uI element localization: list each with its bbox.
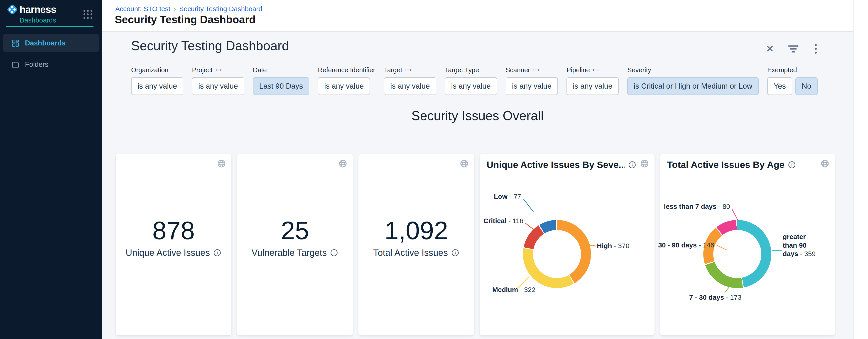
link-icon — [215, 67, 222, 73]
top-bar: Account: STO test › Security Testing Das… — [102, 0, 853, 32]
slice-connector — [732, 209, 739, 221]
filter-label: Severity — [627, 66, 651, 74]
sidebar-item-label: Dashboards — [25, 39, 66, 47]
dashboard-toolbar: ✕ — [766, 44, 819, 54]
filter-chip[interactable]: is any value — [506, 77, 558, 95]
app-grid-icon[interactable] — [84, 10, 93, 19]
slice-label-right: greater than 90 days - 359 — [783, 232, 819, 258]
slice-connector — [584, 245, 595, 246]
link-icon — [533, 67, 539, 73]
filter-chip[interactable]: Last 90 Days — [253, 77, 309, 95]
info-icon[interactable] — [330, 249, 338, 257]
breadcrumb: Account: STO test › Security Testing Das… — [115, 4, 262, 13]
breadcrumb-account[interactable]: Account: STO test — [115, 5, 170, 13]
chart-card-0: Unique Active Issues By Seve...High - 37… — [480, 154, 654, 335]
filter-label: Reference Identifier — [318, 66, 375, 74]
filter-target: Targetis any value — [384, 65, 436, 95]
filter-organization: Organizationis any value — [131, 65, 183, 95]
filter-target-type: Target Typeis any value — [445, 65, 497, 95]
donut-hole — [713, 230, 762, 278]
close-icon[interactable]: ✕ — [766, 44, 774, 54]
page-title: Security Testing Dashboard — [115, 13, 256, 26]
globe-icon[interactable] — [460, 159, 469, 168]
globe-icon[interactable] — [217, 159, 226, 168]
stat-card-vulnerable-targets: 25Vulnerable Targets — [237, 154, 353, 335]
section-heading: Security Issues Overall — [102, 108, 853, 123]
logo-text: harness — [20, 4, 56, 15]
kebab-menu-icon[interactable] — [813, 44, 819, 54]
filter-label: Target — [384, 66, 402, 74]
filter-label: Exempted — [767, 66, 797, 74]
donut-ring[interactable] — [703, 220, 771, 288]
stat-value[interactable]: 1,092 — [359, 216, 474, 245]
filter-date: DateLast 90 Days — [253, 65, 309, 95]
cards-row: 878Unique Active Issues25Vulnerable Targ… — [116, 154, 835, 335]
filter-bar: Organizationis any valueProjectis any va… — [131, 65, 818, 95]
dashboard-panel: Security Testing Dashboard ✕ Organizatio… — [102, 32, 853, 339]
harness-logo[interactable]: harness — [6, 3, 56, 16]
info-icon[interactable] — [213, 249, 221, 257]
dashboard-title: Security Testing Dashboard — [131, 38, 289, 53]
slice-label-left: 30 - 90 days - 146 — [658, 241, 714, 250]
filter-icon[interactable] — [788, 46, 799, 53]
filter-reference-identifier: Reference Identifieris any value — [318, 65, 375, 95]
right-rail — [853, 0, 868, 339]
slice-connector — [772, 250, 782, 251]
stat-label: Total Active Issues — [359, 248, 474, 258]
filter-scanner: Scanneris any value — [506, 65, 558, 95]
filter-label: Scanner — [506, 66, 530, 74]
filter-chip[interactable]: is Critical or High or Medium or Low — [627, 77, 758, 95]
sidebar: harness Dashboards DashboardsFolders — [0, 0, 102, 339]
sidebar-item-label: Folders — [25, 60, 48, 68]
donut-hole — [533, 230, 581, 278]
filter-chip[interactable]: is any value — [384, 77, 436, 95]
filter-label: Target Type — [445, 66, 479, 74]
slice-label-left: Critical - 116 — [484, 217, 523, 225]
slice-connector — [523, 199, 534, 212]
filter-chip[interactable]: No — [796, 77, 818, 95]
link-icon — [593, 67, 599, 73]
globe-icon[interactable] — [338, 159, 347, 168]
harness-logo-icon — [6, 3, 19, 16]
stat-card-unique-active-issues: 878Unique Active Issues — [116, 154, 231, 335]
slice-connector — [525, 223, 536, 232]
stat-value[interactable]: 878 — [116, 216, 231, 245]
stat-label: Unique Active Issues — [116, 248, 231, 258]
sidebar-item-dashboards[interactable]: Dashboards — [3, 34, 99, 52]
slice-label-right: High - 370 — [597, 242, 629, 250]
filter-chip[interactable]: is any value — [445, 77, 497, 95]
folder-icon — [11, 60, 20, 68]
filter-exempted: ExemptedYesNo — [767, 65, 818, 95]
stat-value[interactable]: 25 — [237, 216, 353, 245]
donut-ring[interactable] — [523, 220, 591, 288]
sidebar-divider — [6, 26, 93, 27]
filter-label: Pipeline — [566, 66, 590, 74]
stat-label: Vulnerable Targets — [237, 248, 353, 258]
dashboard-grid-icon — [11, 39, 20, 47]
slice-label-top: less than 7 days - 80 — [664, 202, 730, 211]
chart-card-1: Total Active Issues By Agegreater than 9… — [660, 154, 835, 335]
filter-pipeline: Pipelineis any value — [566, 65, 619, 95]
product-name: Dashboards — [20, 16, 56, 24]
filter-label: Date — [253, 66, 267, 74]
slice-label-top: Low - 77 — [494, 192, 521, 201]
filter-severity: Severityis Critical or High or Medium or… — [627, 65, 758, 95]
slice-label-bottom: Medium - 322 — [492, 285, 535, 294]
filter-label: Project — [192, 66, 212, 74]
filter-label: Organization — [131, 66, 168, 74]
link-icon — [405, 67, 411, 73]
breadcrumb-dashboard[interactable]: Security Testing Dashboard — [179, 5, 262, 13]
chevron-right-icon: › — [174, 4, 176, 13]
filter-chip[interactable]: is any value — [192, 77, 244, 95]
filter-chip[interactable]: is any value — [566, 77, 619, 95]
donut-chart: High - 370Medium - 322Critical - 116Low … — [480, 154, 654, 335]
slice-label-bottom: 7 - 30 days - 173 — [689, 293, 741, 302]
donut-chart: greater than 90 days - 3597 - 30 days - … — [660, 154, 835, 335]
filter-chip[interactable]: Yes — [767, 77, 792, 95]
info-icon[interactable] — [451, 249, 459, 257]
sidebar-item-folders[interactable]: Folders — [3, 55, 99, 74]
filter-chip[interactable]: is any value — [318, 77, 370, 95]
filter-project: Projectis any value — [192, 65, 244, 95]
filter-chip[interactable]: is any value — [131, 77, 183, 95]
stat-card-total-active-issues: 1,092Total Active Issues — [359, 154, 474, 335]
